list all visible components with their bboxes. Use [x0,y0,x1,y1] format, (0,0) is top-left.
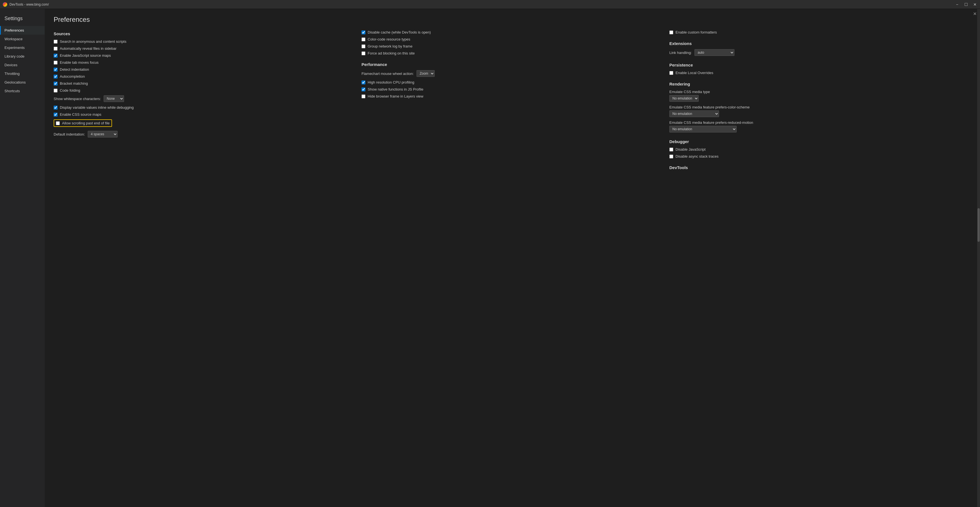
sidebar-item-label: Devices [5,63,18,67]
settings-close-button[interactable]: ✕ [973,11,977,16]
auto-reveal-checkbox[interactable] [54,47,57,51]
display-var-label[interactable]: Display variable values inline while deb… [60,105,134,110]
display-var-checkbox[interactable] [54,106,57,110]
enable-js-maps-label[interactable]: Enable JavaScript source maps [60,53,111,57]
hide-browser-frame-label[interactable]: Hide browser frame in Layers view [368,94,423,98]
rendering-title: Rendering [669,81,968,86]
display-var-row: Display variable values inline while deb… [54,105,353,110]
search-anon-label[interactable]: Search in anonymous and content scripts [60,40,126,44]
settings-heading: Settings [0,13,45,26]
detect-indent-checkbox[interactable] [54,68,57,72]
rendering-section: Rendering Emulate CSS media type No emul… [669,81,968,132]
allow-scrolling-checkbox[interactable] [56,121,60,125]
sidebar-item-library-code[interactable]: Library code [0,52,45,61]
titlebar: DevTools - www.bing.com/ − ☐ ✕ [0,0,980,9]
whitespace-select[interactable]: None Trailing All [103,95,124,102]
sidebar-item-workspace[interactable]: Workspace [0,35,45,43]
sidebar-item-experiments[interactable]: Experiments [0,43,45,52]
allow-scrolling-label[interactable]: Allow scrolling past end of file [62,121,110,125]
group-network-checkbox[interactable] [361,45,365,48]
extensions-title: Extensions [669,41,968,46]
high-res-cpu-checkbox[interactable] [361,80,365,84]
extensions-section: Extensions Link handling: auto Open in b… [669,41,968,56]
enable-custom-fmt-checkbox[interactable] [669,30,673,34]
sidebar-item-throttling[interactable]: Throttling [0,69,45,78]
group-network-label[interactable]: Group network log by frame [368,44,412,48]
show-native-checkbox[interactable] [361,88,365,91]
autocompletion-row: Autocompletion [54,74,353,78]
code-folding-label[interactable]: Code folding [60,88,80,92]
default-indent-row: Default indentation: 4 spaces 2 spaces 8… [54,131,353,137]
sidebar-item-label: Preferences [5,28,24,32]
autocompletion-label[interactable]: Autocompletion [60,74,85,78]
network-section: Disable cache (while DevTools is open) C… [361,30,660,55]
flamechart-select[interactable]: Zoom Scroll [417,70,435,77]
disable-async-label[interactable]: Disable async stack traces [676,154,719,158]
sidebar-item-shortcuts[interactable]: Shortcuts [0,87,45,95]
persistence-section: Persistence Enable Local Overrides [669,62,968,75]
emulate-reduced-motion-select[interactable]: No emulation prefers-reduced-motion: red… [669,126,737,132]
whitespace-label: Show whitespace characters: [54,97,101,101]
disable-async-checkbox[interactable] [669,155,673,158]
scrollbar-track[interactable] [977,9,980,507]
search-anon-checkbox[interactable] [54,40,57,44]
emulate-reduced-motion-row: Emulate CSS media feature prefers-reduce… [669,120,968,132]
page-title: Preferences [54,16,968,24]
sidebar-item-geolocations[interactable]: Geolocations [0,78,45,87]
enable-css-maps-row: Enable CSS source maps [54,112,353,116]
autocompletion-checkbox[interactable] [54,75,57,78]
bracket-matching-checkbox[interactable] [54,81,57,86]
link-handling-row: Link handling: auto Open in browser tab … [669,49,968,56]
devtools-icon [3,2,7,7]
default-indent-select[interactable]: 4 spaces 2 spaces 8 spaces Tab character [88,131,118,137]
color-code-label[interactable]: Color-code resource types [368,37,410,41]
color-code-checkbox[interactable] [361,37,365,41]
code-folding-checkbox[interactable] [54,89,57,92]
close-window-button[interactable]: ✕ [973,2,977,7]
show-native-label[interactable]: Show native functions in JS Profile [368,87,423,91]
hide-browser-frame-row: Hide browser frame in Layers view [361,94,660,98]
emulate-color-scheme-label: Emulate CSS media feature prefers-color-… [669,105,750,109]
enable-local-overrides-checkbox[interactable] [669,71,673,75]
code-folding-row: Code folding [54,88,353,92]
flamechart-label: Flamechart mouse wheel action: [361,72,414,76]
tab-moves-focus-row: Enable tab moves focus [54,61,353,65]
disable-js-checkbox[interactable] [669,148,673,151]
tab-moves-focus-checkbox[interactable] [54,61,57,65]
disable-cache-checkbox[interactable] [361,30,365,34]
enable-css-maps-checkbox[interactable] [54,113,57,116]
detect-indent-label[interactable]: Detect indentation [60,67,89,72]
high-res-cpu-label[interactable]: High resolution CPU profiling [368,80,414,84]
sidebar-item-label: Geolocations [5,80,26,84]
sidebar-item-label: Workspace [5,37,22,41]
sidebar-item-preferences[interactable]: Preferences [0,26,45,35]
sidebar-item-label: Shortcuts [5,89,20,93]
maximize-button[interactable]: ☐ [964,2,968,7]
minimize-button[interactable]: − [955,2,959,7]
force-ad-blocking-label[interactable]: Force ad blocking on this site [368,51,415,55]
sidebar-item-label: Throttling [5,72,19,76]
bracket-matching-label[interactable]: Bracket matching [60,81,88,86]
debugger-title: Debugger [669,139,968,144]
link-handling-select[interactable]: auto Open in browser tab Open in sidebar [695,49,735,56]
enable-custom-fmt-label[interactable]: Enable custom formatters [676,30,717,34]
tab-moves-focus-label[interactable]: Enable tab moves focus [60,61,99,65]
hide-browser-frame-checkbox[interactable] [361,94,365,98]
app: ✕ Settings Preferences Workspace Experim… [0,9,980,507]
emulate-color-scheme-select[interactable]: No emulation prefers-color-scheme: light… [669,110,719,117]
emulate-css-media-label: Emulate CSS media type [669,90,710,94]
force-ad-blocking-checkbox[interactable] [361,51,365,55]
enable-local-overrides-label[interactable]: Enable Local Overrides [676,71,713,75]
bracket-matching-row: Bracket matching [54,81,353,86]
enable-css-maps-label[interactable]: Enable CSS source maps [60,112,102,116]
auto-reveal-label[interactable]: Automatically reveal files in sidebar [60,46,116,51]
persistence-title: Persistence [669,62,968,67]
sidebar-item-devices[interactable]: Devices [0,61,45,69]
debugger-section: Debugger Disable JavaScript Disable asyn… [669,139,968,158]
disable-js-label[interactable]: Disable JavaScript [676,147,706,151]
emulate-css-media-select[interactable]: No emulation print screen [669,95,699,102]
scrollbar-thumb[interactable] [977,208,980,242]
settings-container: ✕ Settings Preferences Workspace Experim… [0,9,980,507]
enable-js-maps-checkbox[interactable] [54,54,57,57]
disable-cache-label[interactable]: Disable cache (while DevTools is open) [368,30,431,34]
